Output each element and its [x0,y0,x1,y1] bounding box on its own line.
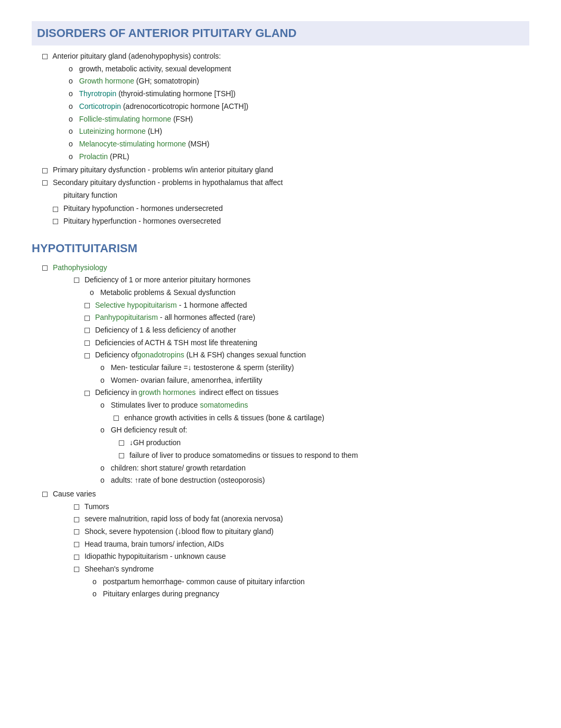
cause-malnutrition: severe malnutrition, rapid loss of body … [74,513,529,525]
pathophysiology-item: Pathophysiology [42,262,529,274]
item-prolactin: o Prolactin (PRL) [69,151,529,163]
bullet-sq-icon [119,453,124,458]
circle-o-icon: o [100,401,105,409]
dysfunction-suffix: pituitary function [32,190,529,201]
bullet-sq-icon [85,353,90,358]
gh-def-result: o GH deficiency result of: [100,425,529,436]
intro-item: Anterior pituitary gland (adenohypophysi… [42,51,529,62]
secondary-dysfunction: Secondary pituitary dysfunction - proble… [42,177,529,189]
cause-head-trauma: Head trauma, brain tumors/ infection, AI… [74,539,529,550]
sheehan-postpartum: o postpartum hemorrhage- common cause of… [92,576,529,588]
bullet-sq-icon [74,542,79,547]
cause-varies: Cause varies [42,489,529,500]
bullet-sq-icon [42,180,48,186]
women-item: o Women- ovarian failure, amenorrhea, in… [100,375,529,386]
circle-o-icon: o [69,152,73,161]
metabolic-item: o Metabolic problems & Sexual dysfunctio… [90,287,529,299]
enhance-growth: enhance growth activities in cells & tis… [114,412,529,424]
bullet-sq-icon [85,316,90,321]
item-lh: o Luteinizing hormone (LH) [69,126,529,137]
cause-sheehan: Sheehan's syndrome [74,564,529,575]
hypofunction: Pituitary hypofunction - hormones unders… [53,203,529,215]
cause-idiopathic: Idiopathic hypopituitarism - unknown cau… [74,551,529,563]
primary-dysfunction: Primary pituitary dysfunction - problems… [42,164,529,176]
stimulates-liver: o Stimulates liver to produce somatomedi… [100,400,529,411]
hyperfunction: Pituitary hyperfunction - hormones overs… [53,216,529,227]
def-1-less: Deficiency of 1 & less deficiency of ano… [85,325,529,336]
item-growth-plain: o growth, metabolic activity, sexual dev… [69,63,529,75]
bullet-sq-icon [85,340,90,346]
def-acth-tsh: Deficiencies of ACTH & TSH most life thr… [85,337,529,349]
bullet-sq-icon [74,504,79,510]
bullet-sq-icon [42,54,48,59]
section2: HYPOTITUITARISM Pathophysiology Deficien… [32,239,529,600]
bullet-sq-icon [74,517,79,522]
bullet-sq-icon [74,278,79,283]
circle-o-icon: o [69,89,73,98]
item-fsh: o Follicle-stimulating hormone (FSH) [69,114,529,125]
section1: DISORDERS OF ANTERIOR PITUITARY GLAND An… [32,21,529,227]
panhypo: Panhypopituitarism - all hormones affect… [85,312,529,324]
selective-hypo: Selective hypopituitarism - 1 hormone af… [85,300,529,311]
bullet-sq-icon [42,492,48,497]
cause-tumors: Tumors [74,501,529,513]
circle-o-icon: o [69,77,73,85]
bullet-sq-icon [85,391,90,396]
bullet-sq-icon [74,555,79,560]
bullet-sq-icon [74,567,79,572]
gh-deficiency: Deficiency ingrowth hormones indirect ef… [85,387,529,399]
bullet-sq-icon [114,416,119,421]
bullet-sq-icon [74,529,79,535]
circle-o-icon: o [69,127,73,135]
children-stature: o children: short stature/ growth retard… [100,463,529,474]
section1-title: DISORDERS OF ANTERIOR PITUITARY GLAND [32,21,529,45]
bullet-sq-icon [85,303,90,308]
def-gonadotropins: Deficiency ofgonadotropins (LH & FSH) ch… [85,349,529,361]
gh-production: ↓GH production [119,437,529,449]
item-thyrotropin: o Thyrotropin (thyroid-stimulating hormo… [69,88,529,100]
circle-o-icon: o [100,426,105,434]
item-msh: o Melanocyte-stimulating hormone (MSH) [69,139,529,150]
bullet-sq-icon [119,440,124,446]
men-item: o Men- testicular failure =↓ testosteron… [100,362,529,374]
sheehan-pituitary-enlarges: o Pituitary enlarges during pregnancy [92,588,529,600]
circle-o-icon: o [92,589,97,598]
bullet-sq-icon [53,219,58,224]
circle-o-icon: o [69,115,73,123]
gh-liver-failure: failure of liver to produce somatomedins… [119,450,529,462]
circle-o-icon: o [69,64,73,73]
cause-shock: Shock, severe hypotension (↓blood flow t… [74,526,529,538]
circle-o-icon: o [100,363,105,372]
circle-o-icon: o [69,140,73,148]
section2-title: HYPOTITUITARISM [32,239,529,257]
bullet-sq-icon [53,207,58,212]
deficiency-intro: Deficiency of 1 or more anterior pituita… [74,274,529,286]
circle-o-icon: o [100,464,105,472]
bullet-sq-icon [42,265,48,271]
item-corticotropin: o Corticotropin (adrenocorticotropic hor… [69,101,529,113]
circle-o-icon: o [69,102,73,110]
circle-o-icon: o [100,476,105,484]
bullet-sq-icon [85,328,90,333]
item-growth-hormone: o Growth hormone (GH; somatotropin) [69,76,529,87]
circle-o-icon: o [90,288,94,297]
bullet-sq-icon [42,168,48,173]
adults-bone: o adults: ↑rate of bone destruction (ost… [100,475,529,486]
circle-o-icon: o [100,376,105,384]
circle-o-icon: o [92,577,97,586]
